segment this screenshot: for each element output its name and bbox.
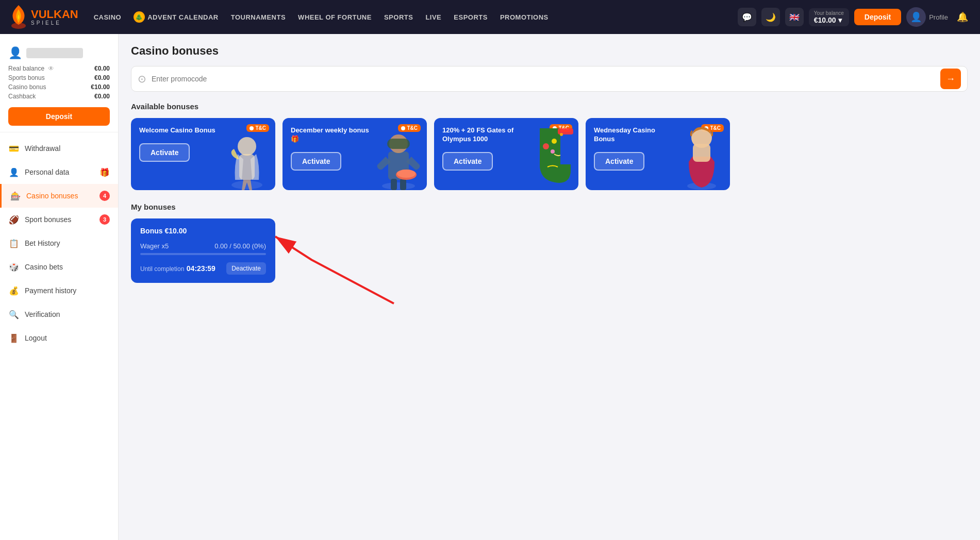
eye-icon[interactable]: 👁 [48, 65, 54, 72]
bonus-card-wednesday-activate[interactable]: Activate [594, 152, 644, 171]
balance-label: Your balance [814, 10, 844, 16]
svg-point-14 [552, 139, 557, 144]
wager-progress-bar [140, 253, 266, 255]
nav-advent-calendar[interactable]: 🎄 ADVENT CALENDAR [128, 9, 224, 25]
moon-icon[interactable]: 🌙 [761, 8, 780, 26]
user-row: 👤 [8, 46, 110, 60]
woman-figure-icon [676, 123, 727, 190]
stocking-figure-icon [524, 123, 576, 190]
sidebar-item-verification[interactable]: 🔍 Verification [0, 302, 118, 326]
bonus-card-welcome-title: Welcome Casino Bonus [139, 126, 222, 135]
casino-bonus-row: Casino bonus €10.00 [8, 83, 110, 91]
promo-code-bar: ⊙ → [131, 66, 968, 92]
svg-point-4 [382, 182, 415, 190]
sidebar-item-withdrawal[interactable]: 💳 Withdrawal [0, 137, 118, 160]
logo[interactable]: VULKAN SPIELE [8, 4, 78, 30]
sport-bonuses-icon: 🏈 [8, 214, 20, 225]
bet-history-icon: 📋 [8, 238, 20, 249]
sidebar-item-sport-bonuses[interactable]: 🏈 Sport bonuses 3 [0, 208, 118, 231]
bonus-cards-list: Welcome Casino Bonus T&C Activate [131, 118, 968, 190]
sidebar-menu: 💳 Withdrawal 👤 Personal data 🎁 🎰 Casino … [0, 132, 118, 354]
sidebar-item-casino-bonuses-label: Casino bonuses [26, 192, 78, 200]
logo-flame-icon [8, 4, 29, 30]
verification-icon: 🔍 [8, 309, 20, 320]
bonus-card-december: December weekly bonus 🎁 T&C Activate [283, 118, 427, 190]
available-bonuses-section-title: Available bonuses [131, 102, 968, 111]
nav-wheel[interactable]: WHEEL OF FORTUNE [293, 11, 377, 23]
casino-bonus-label: Casino bonus [8, 83, 46, 91]
sidebar-item-payment-history-label: Payment history [25, 286, 76, 295]
bonus-card-welcome-activate[interactable]: Activate [139, 143, 190, 162]
bonus-card-olympus-title: 120% + 20 FS Gates of Olympus 1000 [442, 126, 525, 144]
main-content: Casino bonuses ⊙ → Available bonuses Wel… [119, 34, 980, 540]
my-bonuses-section-title: My bonuses [131, 202, 968, 211]
sidebar-item-personal[interactable]: 👤 Personal data 🎁 [0, 160, 118, 184]
bonus-card-welcome: Welcome Casino Bonus T&C Activate [131, 118, 275, 190]
deactivate-button[interactable]: Deactivate [226, 262, 266, 275]
sports-bonus-row: Sports bonus €0.00 [8, 74, 110, 81]
sidebar-item-payment-history[interactable]: 💰 Payment history [0, 279, 118, 302]
language-icon[interactable]: 🇬🇧 [785, 8, 804, 26]
sidebar-item-sport-bonuses-label: Sport bonuses [25, 215, 71, 224]
bonus-card-olympus: 120% + 20 FS Gates of Olympus 1000 T&C A… [434, 118, 578, 190]
nav-promotions[interactable]: PROMOTIONS [495, 11, 554, 23]
svg-rect-12 [558, 128, 573, 134]
completion-area: Until completion 04:23:59 [140, 264, 215, 273]
casino-bonuses-badge: 4 [99, 191, 110, 201]
nav-esports[interactable]: ESPORTS [449, 11, 493, 23]
notification-bell-icon[interactable]: 🔔 [953, 8, 972, 26]
fisherman-figure-icon [373, 123, 424, 190]
user-avatar-icon: 👤 [8, 46, 22, 60]
deposit-nav-button[interactable]: Deposit [854, 9, 901, 25]
gift-icon: 🎁 [99, 167, 110, 177]
sports-bonus-label: Sports bonus [8, 74, 45, 81]
sidebar: 👤 Real balance 👁 €0.00 Sports bonus €0.0… [0, 34, 119, 540]
sidebar-item-casino-bets[interactable]: 🎲 Casino bets [0, 255, 118, 279]
sidebar-item-casino-bonuses[interactable]: 🎰 Casino bonuses 4 [0, 184, 118, 208]
casino-bonuses-icon: 🎰 [10, 190, 21, 201]
balance-display[interactable]: Your balance €10.00 ▾ [809, 8, 849, 26]
nav-tournaments[interactable]: TOURNAMENTS [226, 11, 291, 23]
nav-casino[interactable]: CASINO [89, 11, 127, 23]
sidebar-item-verification-label: Verification [25, 310, 60, 318]
top-navigation: VULKAN SPIELE CASINO 🎄 ADVENT CALENDAR T… [0, 0, 980, 34]
cashback-row: Cashback €0.00 [8, 93, 110, 100]
sidebar-item-bet-history[interactable]: 📋 Bet History [0, 231, 118, 255]
bonus-card-december-image [370, 123, 427, 190]
sidebar-item-casino-bets-label: Casino bets [25, 263, 63, 271]
sports-bonus-amount: €0.00 [94, 74, 110, 81]
bonus-card-wednesday-title: Wednesday Casino Bonus [594, 126, 676, 144]
sport-bonuses-badge: 3 [99, 214, 110, 225]
bonus-card-welcome-image [219, 123, 275, 190]
nav-live[interactable]: LIVE [420, 11, 446, 23]
profile-label: Profile [929, 13, 948, 21]
wager-label: Wager x5 [140, 242, 169, 250]
balance-value: €10.00 ▾ [814, 16, 844, 24]
svg-point-16 [560, 133, 563, 136]
user-name-bar [26, 48, 83, 58]
svg-point-3 [238, 137, 256, 156]
my-bonuses-area: Bonus €10.00 Wager x5 0.00 / 50.00 (0%) … [131, 218, 275, 283]
sidebar-item-logout[interactable]: 🚪 Logout [0, 326, 118, 350]
promo-submit-button[interactable]: → [940, 69, 961, 89]
cashback-label: Cashback [8, 93, 36, 100]
bonus-card-olympus-activate[interactable]: Activate [442, 152, 493, 171]
real-balance-label: Real balance 👁 [8, 65, 54, 72]
withdrawal-icon: 💳 [8, 143, 20, 154]
sidebar-item-logout-label: Logout [25, 334, 47, 342]
bonus-card-december-title: December weekly bonus 🎁 [291, 126, 373, 144]
sidebar-item-withdrawal-label: Withdrawal [25, 144, 60, 153]
promo-input[interactable] [152, 70, 940, 88]
cashback-amount: €0.00 [94, 93, 110, 100]
logo-brand: VULKAN [31, 9, 78, 20]
nav-sports[interactable]: SPORTS [379, 11, 418, 23]
bonus-card-olympus-image [522, 123, 578, 190]
bonus-footer: Until completion 04:23:59 Deactivate [140, 262, 266, 275]
support-icon[interactable]: 💬 [738, 8, 756, 26]
personal-icon: 👤 [8, 166, 20, 178]
page-title: Casino bonuses [131, 44, 968, 58]
bonus-card-december-activate[interactable]: Activate [291, 152, 341, 171]
svg-rect-9 [400, 179, 406, 190]
deposit-sidebar-button[interactable]: Deposit [8, 107, 110, 126]
profile-area[interactable]: 👤 Profile [906, 7, 948, 27]
